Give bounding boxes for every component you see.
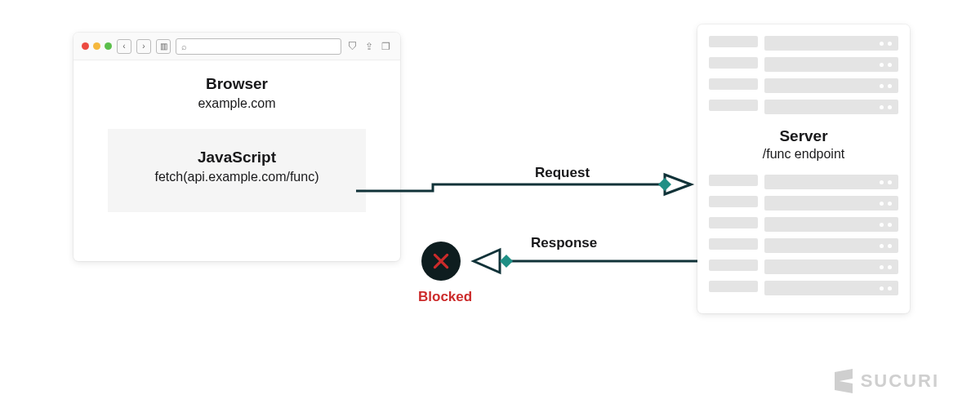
rack-row <box>709 57 898 72</box>
browser-toolbar: ‹ › ▥ ⌕ ⛉ ⇪ ❐ <box>74 33 400 60</box>
response-label: Response <box>531 235 597 251</box>
blocked-badge <box>421 242 461 281</box>
rack-row <box>709 175 898 189</box>
tabs-icon: ❐ <box>379 39 392 54</box>
rack-row <box>709 217 898 232</box>
rack-row <box>709 196 898 211</box>
toolbar-right: ⛉ ⇪ ❐ <box>346 39 392 54</box>
response-diamond-icon <box>500 255 513 268</box>
response-arrowhead-icon <box>474 250 500 273</box>
browser-title: Browser <box>85 75 389 93</box>
share-icon: ⇪ <box>363 39 376 54</box>
url-bar: ⌕ <box>176 38 341 55</box>
shield-icon: ⛉ <box>346 39 359 54</box>
request-line <box>356 184 662 191</box>
js-call: fetch(api.example.com/func) <box>116 170 358 184</box>
rack-row <box>709 281 898 295</box>
minimize-dot-icon <box>93 42 100 50</box>
brand-logo-icon <box>835 370 853 392</box>
x-icon <box>430 251 452 272</box>
brand-text: SUCURI <box>861 370 939 392</box>
browser-body: Browser example.com JavaScript fetch(api… <box>74 60 400 212</box>
server-title: Server <box>709 127 898 145</box>
back-icon: ‹ <box>117 39 131 54</box>
sidebar-icon: ▥ <box>156 39 171 54</box>
maximize-dot-icon <box>105 42 112 50</box>
server-card: Server /func endpoint <box>697 24 910 313</box>
browser-window: ‹ › ▥ ⌕ ⛉ ⇪ ❐ Browser example.com JavaSc… <box>74 33 400 261</box>
rack-row <box>709 259 898 274</box>
js-title: JavaScript <box>116 149 358 166</box>
close-dot-icon <box>82 42 89 50</box>
server-label: Server /func endpoint <box>709 127 898 162</box>
rack-row <box>709 36 898 51</box>
blocked-label: Blocked <box>418 289 472 305</box>
javascript-box: JavaScript fetch(api.example.com/func) <box>108 129 366 212</box>
request-label: Request <box>535 165 590 181</box>
rack-row <box>709 238 898 253</box>
request-diamond-icon <box>658 178 671 191</box>
search-icon: ⌕ <box>181 42 187 51</box>
forward-icon: › <box>136 39 151 54</box>
rack-row <box>709 100 898 114</box>
request-arrowhead-icon <box>665 175 691 194</box>
brand: SUCURI <box>835 370 939 392</box>
browser-domain: example.com <box>85 96 389 111</box>
rack-row <box>709 78 898 93</box>
server-endpoint: /func endpoint <box>709 147 898 162</box>
traffic-lights <box>82 42 112 50</box>
